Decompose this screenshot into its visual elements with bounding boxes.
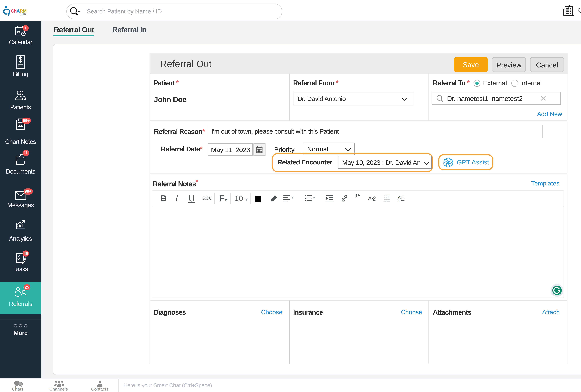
svg-text:CC: CC bbox=[18, 123, 22, 126]
svg-text:EHR: EHR bbox=[20, 13, 27, 16]
svg-text:12: 12 bbox=[16, 30, 20, 34]
svg-text:A: A bbox=[368, 195, 372, 201]
svg-text:A: A bbox=[398, 199, 400, 201]
